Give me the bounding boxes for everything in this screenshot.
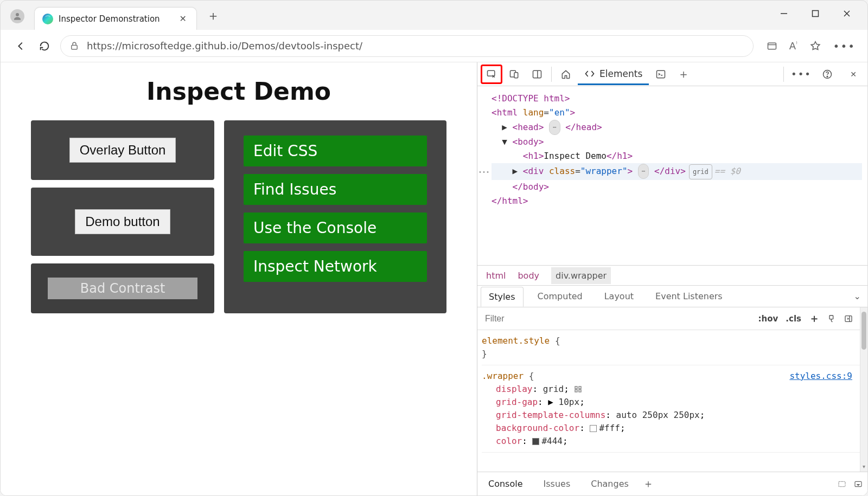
dom-tree[interactable]: <!DOCTYPE html> <html lang="en"> ▶ <head… (477, 86, 867, 265)
address-bar: https://microsoftedge.github.io/Demos/de… (1, 30, 867, 62)
devtools-close-icon[interactable]: ✕ (843, 65, 864, 84)
svg-rect-22 (579, 390, 581, 392)
browser-tab[interactable]: Inspector Demonstration ✕ (34, 7, 197, 30)
link-inspect-network[interactable]: Inspect Network (244, 251, 427, 282)
styles-tabstrip: Styles Computed Layout Event Listeners ⌄ (477, 286, 867, 307)
more-icon[interactable]: ••• (833, 40, 856, 53)
breadcrumb-body[interactable]: body (518, 270, 539, 281)
svg-rect-5 (72, 45, 78, 49)
computed-tab[interactable]: Computed (530, 287, 590, 306)
layout-tab[interactable]: Layout (597, 287, 641, 306)
svg-rect-21 (575, 390, 577, 392)
styles-filter-row: :hov .cls ＋ (477, 307, 860, 330)
drawer-issues-tab[interactable]: Issues (537, 474, 577, 493)
devtools-drawer: Console Issues Changes ＋ (477, 472, 867, 495)
paint-icon[interactable] (827, 314, 836, 323)
svg-rect-9 (514, 72, 518, 78)
styles-pane[interactable]: element.style { } styles.css:9 .wrapper … (477, 330, 860, 472)
back-button[interactable] (12, 38, 29, 54)
svg-rect-16 (829, 315, 833, 319)
element-style-rule[interactable]: element.style { } (482, 333, 860, 365)
link-find-issues[interactable]: Find Issues (244, 174, 427, 205)
event-listeners-tab[interactable]: Event Listeners (648, 287, 730, 306)
browser-window: Inspector Demonstration ✕ ＋ https://micr… (0, 0, 868, 496)
color-swatch-icon[interactable] (590, 425, 597, 432)
new-style-rule-icon[interactable]: ＋ (809, 311, 820, 326)
rule-source-link[interactable]: styles.css:9 (789, 370, 852, 383)
breadcrumb-html[interactable]: html (486, 270, 506, 281)
elements-tab[interactable]: Elements (578, 63, 649, 85)
close-window-icon[interactable] (841, 8, 852, 19)
devtools-panel: Elements ＋ ••• ✕ <!DOCTYPE html> <html l… (477, 62, 867, 495)
profile-avatar-icon[interactable] (10, 9, 24, 23)
dom-breadcrumb[interactable]: html body div.wrapper (477, 265, 867, 286)
svg-rect-10 (533, 70, 541, 78)
card-bad-contrast: Bad Contrast (31, 263, 214, 313)
drawer-expand-icon[interactable] (853, 480, 863, 488)
site-info-icon[interactable] (69, 41, 79, 51)
bad-contrast-text: Bad Contrast (48, 278, 197, 299)
drawer-dock-icon[interactable] (837, 480, 847, 488)
svg-rect-19 (575, 387, 577, 389)
color-swatch-icon[interactable] (532, 438, 539, 445)
demo-button[interactable]: Demo button (75, 209, 170, 234)
devtools-help-icon[interactable] (816, 65, 838, 84)
svg-rect-7 (488, 70, 495, 76)
url-field[interactable]: https://microsoftedge.github.io/Demos/de… (60, 35, 754, 57)
styles-filter-input[interactable] (482, 310, 752, 328)
drawer-changes-tab[interactable]: Changes (584, 474, 635, 493)
drawer-console-tab[interactable]: Console (482, 474, 529, 493)
tab-title: Inspector Demonstration (59, 14, 172, 24)
breadcrumb-current[interactable]: div.wrapper (551, 267, 611, 284)
grid-editor-icon[interactable] (575, 386, 583, 393)
maximize-icon[interactable] (810, 8, 821, 19)
styles-tab[interactable]: Styles (481, 287, 524, 307)
close-tab-icon[interactable]: ✕ (177, 12, 189, 25)
dock-side-icon[interactable] (526, 65, 548, 84)
svg-rect-6 (768, 43, 776, 49)
window-controls (778, 8, 862, 30)
titlebar: Inspector Demonstration ✕ ＋ (1, 1, 867, 30)
chevron-down-icon[interactable]: ⌄ (854, 291, 861, 301)
demo-page: Inspect Demo Overlay Button Demo button … (1, 62, 477, 495)
hov-toggle[interactable]: :hov (758, 314, 778, 324)
scroll-thumb[interactable] (861, 312, 866, 350)
refresh-button[interactable] (36, 38, 53, 54)
console-drawer-icon[interactable] (650, 65, 672, 84)
inspect-element-icon[interactable] (481, 65, 502, 84)
new-tab-button[interactable]: ＋ (197, 7, 229, 30)
page-title: Inspect Demo (31, 78, 446, 105)
favorite-icon[interactable] (809, 40, 821, 52)
svg-rect-20 (579, 387, 581, 389)
app-mode-icon[interactable] (767, 41, 777, 51)
selected-dom-node[interactable]: ▶ <div class="wrapper"> ⋯ </div>grid== $… (492, 163, 862, 180)
welcome-tab-icon[interactable] (555, 65, 577, 84)
content-area: Inspect Demo Overlay Button Demo button … (1, 62, 867, 495)
svg-point-0 (16, 13, 19, 16)
url-text: https://microsoftedge.github.io/Demos/de… (87, 40, 362, 51)
devtools-toolbar: Elements ＋ ••• ✕ (477, 62, 867, 86)
card-overlay: Overlay Button (31, 120, 214, 180)
svg-rect-2 (813, 11, 819, 17)
devtools-more-icon[interactable]: ••• (790, 65, 812, 84)
card-demo: Demo button (31, 188, 214, 256)
card-links: Edit CSS Find Issues Use the Console Ins… (224, 120, 446, 313)
minimize-icon[interactable] (778, 8, 789, 19)
read-aloud-icon[interactable]: A⁾ (789, 40, 797, 51)
svg-rect-23 (839, 481, 845, 486)
device-toolbar-icon[interactable] (503, 65, 525, 84)
overlay-button[interactable]: Overlay Button (69, 138, 176, 163)
scrollbar[interactable]: ▾ (860, 307, 867, 472)
wrapper-rule[interactable]: styles.css:9 .wrapper { display: grid; g… (482, 369, 860, 453)
edge-favicon-icon (42, 14, 53, 24)
svg-rect-12 (657, 70, 665, 78)
svg-point-15 (827, 76, 828, 77)
drawer-add-tab-icon[interactable]: ＋ (643, 476, 654, 491)
panel-toggle-icon[interactable] (844, 314, 853, 323)
link-edit-css[interactable]: Edit CSS (244, 136, 427, 166)
add-tab-icon[interactable]: ＋ (673, 65, 694, 84)
cls-toggle[interactable]: .cls (786, 314, 801, 324)
link-use-console[interactable]: Use the Console (244, 212, 427, 243)
